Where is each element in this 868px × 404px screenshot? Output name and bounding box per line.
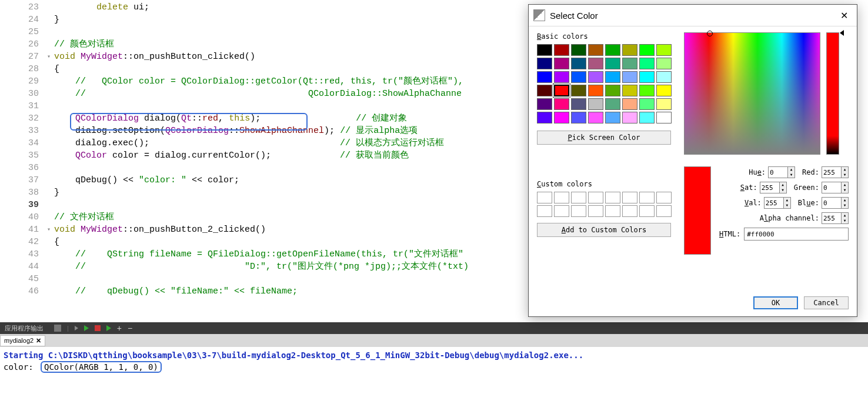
dialog-titlebar[interactable]: Select Color ✕ bbox=[529, 5, 857, 26]
alpha-input[interactable]: ▲▼ bbox=[822, 212, 849, 224]
color-swatch[interactable] bbox=[639, 44, 655, 56]
custom-swatch[interactable] bbox=[571, 205, 586, 217]
console-highlight: QColor(ARGB 1, 1, 0, 0) bbox=[41, 361, 162, 373]
color-preview bbox=[684, 166, 711, 255]
color-swatch[interactable] bbox=[605, 112, 620, 123]
custom-swatch[interactable] bbox=[537, 205, 552, 217]
minus-icon[interactable]: − bbox=[128, 323, 132, 333]
color-swatch[interactable] bbox=[571, 98, 586, 110]
hue-slider[interactable] bbox=[826, 32, 839, 155]
color-swatch[interactable] bbox=[622, 85, 637, 96]
plus-icon[interactable]: + bbox=[117, 323, 122, 333]
color-swatch[interactable] bbox=[588, 112, 603, 123]
color-swatch[interactable] bbox=[656, 44, 672, 56]
pick-screen-color-button[interactable]: Pick Screen Color bbox=[537, 131, 671, 145]
color-swatch[interactable] bbox=[588, 58, 603, 69]
color-swatch[interactable] bbox=[554, 58, 569, 69]
custom-swatch[interactable] bbox=[588, 205, 603, 217]
color-gradient-picker[interactable] bbox=[684, 32, 820, 155]
color-swatch[interactable] bbox=[605, 85, 620, 96]
gradient-cursor[interactable] bbox=[707, 31, 713, 36]
add-custom-colors-button[interactable]: Add to Custom Colors bbox=[537, 223, 671, 237]
color-swatch[interactable] bbox=[622, 112, 637, 123]
run-icon[interactable] bbox=[106, 325, 111, 331]
color-swatch[interactable] bbox=[622, 71, 637, 83]
application-output[interactable]: Starting C:\DISKD\qtthing\booksample\03\… bbox=[0, 347, 868, 404]
color-swatch[interactable] bbox=[622, 98, 637, 110]
color-swatch[interactable] bbox=[537, 58, 552, 69]
sat-label: Sat: bbox=[740, 183, 757, 192]
html-label: HTML: bbox=[719, 230, 740, 238]
color-swatch[interactable] bbox=[588, 44, 603, 56]
color-swatch[interactable] bbox=[537, 71, 552, 83]
color-swatch[interactable] bbox=[656, 112, 672, 123]
color-swatch[interactable] bbox=[571, 58, 586, 69]
custom-swatch[interactable] bbox=[571, 192, 586, 203]
sat-input[interactable]: ▲▼ bbox=[760, 182, 787, 193]
stop-icon[interactable] bbox=[95, 325, 101, 331]
color-swatch[interactable] bbox=[554, 85, 569, 96]
color-swatch[interactable] bbox=[554, 98, 569, 110]
hue-arrow-icon[interactable] bbox=[840, 30, 844, 36]
color-swatch[interactable] bbox=[605, 44, 620, 56]
val-input[interactable]: ▲▼ bbox=[764, 197, 791, 209]
custom-swatch[interactable] bbox=[656, 205, 672, 217]
cancel-button[interactable]: Cancel bbox=[804, 296, 849, 309]
hue-input[interactable]: ▲▼ bbox=[768, 166, 795, 178]
color-swatch[interactable] bbox=[571, 71, 586, 83]
color-swatch[interactable] bbox=[588, 71, 603, 83]
color-swatch[interactable] bbox=[571, 44, 586, 56]
color-swatch[interactable] bbox=[622, 44, 637, 56]
custom-swatch[interactable] bbox=[622, 205, 637, 217]
play-icon[interactable] bbox=[84, 325, 89, 331]
color-swatch[interactable] bbox=[588, 85, 603, 96]
custom-swatch[interactable] bbox=[588, 192, 603, 203]
color-swatch[interactable] bbox=[656, 58, 672, 69]
custom-swatch[interactable] bbox=[605, 192, 620, 203]
custom-swatch[interactable] bbox=[622, 192, 637, 203]
output-tab[interactable]: mydialog2 ✕ bbox=[0, 335, 45, 346]
red-input[interactable]: ▲▼ bbox=[822, 166, 849, 178]
green-input[interactable]: ▲▼ bbox=[822, 182, 849, 193]
color-swatch[interactable] bbox=[537, 98, 552, 110]
ok-button[interactable]: OK bbox=[753, 296, 798, 309]
custom-colors-label: Custom colors bbox=[537, 180, 673, 188]
prev-icon[interactable] bbox=[75, 326, 78, 330]
basic-colors-label: Basic colors bbox=[537, 32, 673, 41]
html-input[interactable] bbox=[744, 228, 849, 241]
fold-column[interactable]: ▾▾ bbox=[44, 0, 54, 319]
custom-swatch[interactable] bbox=[554, 192, 569, 203]
color-swatch[interactable] bbox=[656, 98, 672, 110]
color-swatch[interactable] bbox=[554, 44, 569, 56]
custom-swatch[interactable] bbox=[639, 192, 655, 203]
custom-swatch[interactable] bbox=[537, 192, 552, 203]
color-swatch[interactable] bbox=[537, 44, 552, 56]
color-swatch[interactable] bbox=[605, 71, 620, 83]
custom-swatch[interactable] bbox=[656, 192, 672, 203]
console-line-color: color: QColor(ARGB 1, 1, 0, 0) bbox=[4, 361, 864, 373]
color-swatch[interactable] bbox=[537, 85, 552, 96]
custom-swatch[interactable] bbox=[554, 205, 569, 217]
color-swatch[interactable] bbox=[605, 58, 620, 69]
close-icon[interactable]: ✕ bbox=[36, 337, 41, 345]
color-swatch[interactable] bbox=[554, 112, 569, 123]
color-swatch[interactable] bbox=[639, 71, 655, 83]
color-swatch[interactable] bbox=[639, 98, 655, 110]
color-swatch[interactable] bbox=[537, 112, 552, 123]
color-swatch[interactable] bbox=[571, 112, 586, 123]
color-swatch[interactable] bbox=[571, 85, 586, 96]
color-swatch[interactable] bbox=[639, 85, 655, 96]
custom-swatch[interactable] bbox=[639, 205, 655, 217]
color-swatch[interactable] bbox=[656, 85, 672, 96]
color-swatch[interactable] bbox=[622, 58, 637, 69]
color-swatch[interactable] bbox=[639, 58, 655, 69]
color-swatch[interactable] bbox=[554, 71, 569, 83]
blue-input[interactable]: ▲▼ bbox=[822, 197, 849, 209]
custom-swatch[interactable] bbox=[605, 205, 620, 217]
color-swatch[interactable] bbox=[588, 98, 603, 110]
color-swatch[interactable] bbox=[656, 71, 672, 83]
color-swatch[interactable] bbox=[605, 98, 620, 110]
close-icon[interactable]: ✕ bbox=[836, 7, 852, 24]
thumbs-icon[interactable] bbox=[54, 325, 61, 332]
color-swatch[interactable] bbox=[639, 112, 655, 123]
